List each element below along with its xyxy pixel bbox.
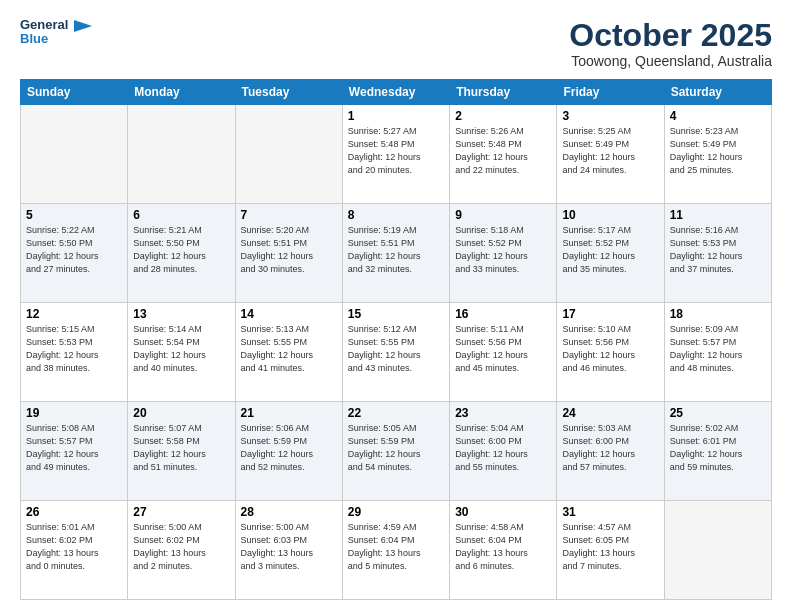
- day-number: 19: [26, 406, 122, 420]
- day-info: Sunrise: 5:11 AM Sunset: 5:56 PM Dayligh…: [455, 323, 551, 375]
- col-saturday: Saturday: [664, 80, 771, 105]
- title-block: October 2025 Toowong, Queensland, Austra…: [569, 18, 772, 69]
- day-number: 30: [455, 505, 551, 519]
- calendar-week-row: 26Sunrise: 5:01 AM Sunset: 6:02 PM Dayli…: [21, 501, 772, 600]
- table-row: 9Sunrise: 5:18 AM Sunset: 5:52 PM Daylig…: [450, 204, 557, 303]
- table-row: 31Sunrise: 4:57 AM Sunset: 6:05 PM Dayli…: [557, 501, 664, 600]
- day-number: 16: [455, 307, 551, 321]
- col-friday: Friday: [557, 80, 664, 105]
- table-row: 1Sunrise: 5:27 AM Sunset: 5:48 PM Daylig…: [342, 105, 449, 204]
- day-info: Sunrise: 5:20 AM Sunset: 5:51 PM Dayligh…: [241, 224, 337, 276]
- day-info: Sunrise: 5:06 AM Sunset: 5:59 PM Dayligh…: [241, 422, 337, 474]
- day-number: 7: [241, 208, 337, 222]
- table-row: [21, 105, 128, 204]
- calendar-week-row: 12Sunrise: 5:15 AM Sunset: 5:53 PM Dayli…: [21, 303, 772, 402]
- col-sunday: Sunday: [21, 80, 128, 105]
- day-number: 2: [455, 109, 551, 123]
- table-row: 14Sunrise: 5:13 AM Sunset: 5:55 PM Dayli…: [235, 303, 342, 402]
- day-info: Sunrise: 5:13 AM Sunset: 5:55 PM Dayligh…: [241, 323, 337, 375]
- day-info: Sunrise: 4:57 AM Sunset: 6:05 PM Dayligh…: [562, 521, 658, 573]
- day-info: Sunrise: 5:04 AM Sunset: 6:00 PM Dayligh…: [455, 422, 551, 474]
- table-row: 29Sunrise: 4:59 AM Sunset: 6:04 PM Dayli…: [342, 501, 449, 600]
- day-number: 13: [133, 307, 229, 321]
- day-number: 4: [670, 109, 766, 123]
- day-info: Sunrise: 5:16 AM Sunset: 5:53 PM Dayligh…: [670, 224, 766, 276]
- table-row: 11Sunrise: 5:16 AM Sunset: 5:53 PM Dayli…: [664, 204, 771, 303]
- day-info: Sunrise: 5:17 AM Sunset: 5:52 PM Dayligh…: [562, 224, 658, 276]
- table-row: [664, 501, 771, 600]
- day-number: 29: [348, 505, 444, 519]
- table-row: 20Sunrise: 5:07 AM Sunset: 5:58 PM Dayli…: [128, 402, 235, 501]
- table-row: 6Sunrise: 5:21 AM Sunset: 5:50 PM Daylig…: [128, 204, 235, 303]
- calendar-header-row: Sunday Monday Tuesday Wednesday Thursday…: [21, 80, 772, 105]
- table-row: 28Sunrise: 5:00 AM Sunset: 6:03 PM Dayli…: [235, 501, 342, 600]
- day-info: Sunrise: 5:00 AM Sunset: 6:03 PM Dayligh…: [241, 521, 337, 573]
- day-number: 11: [670, 208, 766, 222]
- day-info: Sunrise: 5:12 AM Sunset: 5:55 PM Dayligh…: [348, 323, 444, 375]
- day-number: 10: [562, 208, 658, 222]
- day-info: Sunrise: 5:10 AM Sunset: 5:56 PM Dayligh…: [562, 323, 658, 375]
- table-row: 15Sunrise: 5:12 AM Sunset: 5:55 PM Dayli…: [342, 303, 449, 402]
- day-info: Sunrise: 5:27 AM Sunset: 5:48 PM Dayligh…: [348, 125, 444, 177]
- day-info: Sunrise: 5:02 AM Sunset: 6:01 PM Dayligh…: [670, 422, 766, 474]
- svg-marker-0: [74, 20, 92, 32]
- table-row: 24Sunrise: 5:03 AM Sunset: 6:00 PM Dayli…: [557, 402, 664, 501]
- day-info: Sunrise: 5:14 AM Sunset: 5:54 PM Dayligh…: [133, 323, 229, 375]
- day-number: 26: [26, 505, 122, 519]
- table-row: 21Sunrise: 5:06 AM Sunset: 5:59 PM Dayli…: [235, 402, 342, 501]
- day-number: 23: [455, 406, 551, 420]
- day-info: Sunrise: 4:58 AM Sunset: 6:04 PM Dayligh…: [455, 521, 551, 573]
- day-number: 15: [348, 307, 444, 321]
- table-row: 7Sunrise: 5:20 AM Sunset: 5:51 PM Daylig…: [235, 204, 342, 303]
- day-info: Sunrise: 5:21 AM Sunset: 5:50 PM Dayligh…: [133, 224, 229, 276]
- table-row: 18Sunrise: 5:09 AM Sunset: 5:57 PM Dayli…: [664, 303, 771, 402]
- day-info: Sunrise: 5:23 AM Sunset: 5:49 PM Dayligh…: [670, 125, 766, 177]
- table-row: 4Sunrise: 5:23 AM Sunset: 5:49 PM Daylig…: [664, 105, 771, 204]
- table-row: 13Sunrise: 5:14 AM Sunset: 5:54 PM Dayli…: [128, 303, 235, 402]
- calendar-page: General Blue October 2025 Toowong, Queen…: [0, 0, 792, 612]
- table-row: 23Sunrise: 5:04 AM Sunset: 6:00 PM Dayli…: [450, 402, 557, 501]
- day-info: Sunrise: 5:18 AM Sunset: 5:52 PM Dayligh…: [455, 224, 551, 276]
- table-row: [128, 105, 235, 204]
- table-row: 27Sunrise: 5:00 AM Sunset: 6:02 PM Dayli…: [128, 501, 235, 600]
- table-row: 12Sunrise: 5:15 AM Sunset: 5:53 PM Dayli…: [21, 303, 128, 402]
- col-wednesday: Wednesday: [342, 80, 449, 105]
- day-number: 25: [670, 406, 766, 420]
- day-info: Sunrise: 5:09 AM Sunset: 5:57 PM Dayligh…: [670, 323, 766, 375]
- logo: General Blue: [20, 18, 92, 47]
- day-info: Sunrise: 5:19 AM Sunset: 5:51 PM Dayligh…: [348, 224, 444, 276]
- day-info: Sunrise: 5:08 AM Sunset: 5:57 PM Dayligh…: [26, 422, 122, 474]
- day-info: Sunrise: 5:07 AM Sunset: 5:58 PM Dayligh…: [133, 422, 229, 474]
- day-info: Sunrise: 5:03 AM Sunset: 6:00 PM Dayligh…: [562, 422, 658, 474]
- col-tuesday: Tuesday: [235, 80, 342, 105]
- day-info: Sunrise: 5:15 AM Sunset: 5:53 PM Dayligh…: [26, 323, 122, 375]
- day-number: 22: [348, 406, 444, 420]
- day-number: 8: [348, 208, 444, 222]
- table-row: 17Sunrise: 5:10 AM Sunset: 5:56 PM Dayli…: [557, 303, 664, 402]
- table-row: 5Sunrise: 5:22 AM Sunset: 5:50 PM Daylig…: [21, 204, 128, 303]
- calendar-week-row: 1Sunrise: 5:27 AM Sunset: 5:48 PM Daylig…: [21, 105, 772, 204]
- table-row: 26Sunrise: 5:01 AM Sunset: 6:02 PM Dayli…: [21, 501, 128, 600]
- calendar-table: Sunday Monday Tuesday Wednesday Thursday…: [20, 79, 772, 600]
- day-number: 27: [133, 505, 229, 519]
- col-thursday: Thursday: [450, 80, 557, 105]
- location: Toowong, Queensland, Australia: [569, 53, 772, 69]
- day-number: 28: [241, 505, 337, 519]
- table-row: 16Sunrise: 5:11 AM Sunset: 5:56 PM Dayli…: [450, 303, 557, 402]
- day-number: 1: [348, 109, 444, 123]
- day-info: Sunrise: 5:26 AM Sunset: 5:48 PM Dayligh…: [455, 125, 551, 177]
- day-number: 6: [133, 208, 229, 222]
- table-row: 22Sunrise: 5:05 AM Sunset: 5:59 PM Dayli…: [342, 402, 449, 501]
- day-info: Sunrise: 5:05 AM Sunset: 5:59 PM Dayligh…: [348, 422, 444, 474]
- table-row: 19Sunrise: 5:08 AM Sunset: 5:57 PM Dayli…: [21, 402, 128, 501]
- day-number: 12: [26, 307, 122, 321]
- table-row: 3Sunrise: 5:25 AM Sunset: 5:49 PM Daylig…: [557, 105, 664, 204]
- col-monday: Monday: [128, 80, 235, 105]
- day-number: 17: [562, 307, 658, 321]
- day-number: 24: [562, 406, 658, 420]
- table-row: [235, 105, 342, 204]
- day-number: 31: [562, 505, 658, 519]
- table-row: 25Sunrise: 5:02 AM Sunset: 6:01 PM Dayli…: [664, 402, 771, 501]
- day-number: 20: [133, 406, 229, 420]
- calendar-week-row: 5Sunrise: 5:22 AM Sunset: 5:50 PM Daylig…: [21, 204, 772, 303]
